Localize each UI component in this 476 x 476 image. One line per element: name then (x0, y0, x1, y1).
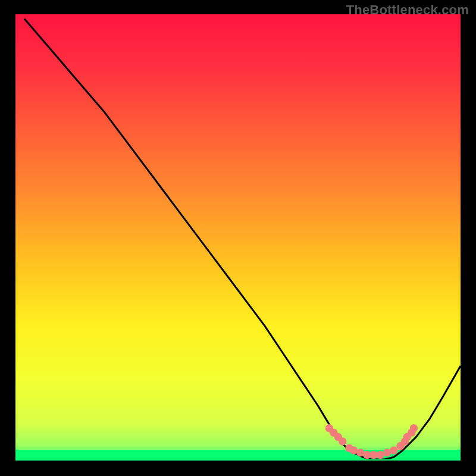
valley-marker-dot (339, 437, 346, 445)
plot-area (15, 14, 461, 461)
valley-marker-dot (390, 446, 397, 454)
valley-markers (15, 14, 461, 459)
chart-frame: TheBottleneck.com (0, 0, 476, 476)
watermark-text: TheBottleneck.com (346, 2, 469, 18)
valley-marker-dot (410, 424, 418, 432)
